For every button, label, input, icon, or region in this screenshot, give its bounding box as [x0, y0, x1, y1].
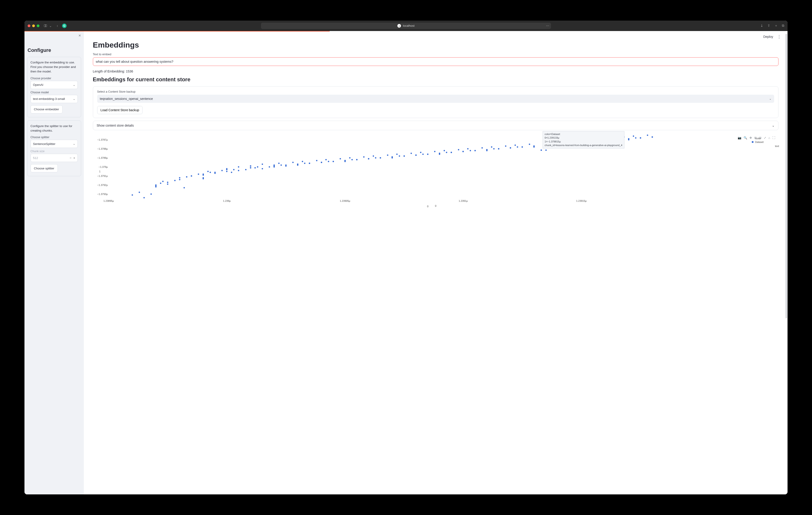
data-point[interactable] [470, 150, 471, 151]
details-expander[interactable]: Show content store details ⌄ [93, 121, 779, 130]
grammarly-icon[interactable]: G [62, 24, 67, 28]
data-point[interactable] [368, 158, 369, 159]
data-point[interactable] [444, 150, 445, 151]
data-point[interactable] [635, 137, 636, 139]
data-point[interactable] [179, 179, 180, 180]
data-point[interactable] [434, 151, 435, 152]
data-point[interactable] [332, 161, 334, 162]
data-point[interactable] [351, 159, 353, 160]
data-point[interactable] [380, 157, 381, 158]
data-point[interactable] [482, 147, 483, 149]
data-point[interactable] [515, 145, 516, 146]
data-point[interactable] [250, 167, 251, 169]
data-point[interactable] [420, 152, 422, 153]
data-point[interactable] [325, 159, 327, 160]
sidebar-toggle-icon[interactable] [44, 25, 47, 27]
data-point[interactable] [203, 177, 204, 178]
data-point[interactable] [328, 161, 329, 162]
plus-icon[interactable]: + [74, 156, 75, 160]
chevron-down-icon[interactable]: ⌄ [49, 24, 52, 28]
data-point[interactable] [399, 155, 400, 157]
scrollbar-thumb[interactable] [785, 34, 787, 319]
data-point[interactable] [162, 181, 164, 182]
data-point[interactable] [375, 157, 376, 158]
data-point[interactable] [179, 177, 180, 178]
data-point[interactable] [155, 186, 156, 187]
data-point[interactable] [262, 163, 263, 165]
data-point[interactable] [233, 169, 234, 170]
data-point[interactable] [356, 159, 357, 160]
data-point[interactable] [517, 146, 518, 148]
data-point[interactable] [396, 154, 398, 155]
data-point[interactable] [203, 174, 204, 175]
data-point[interactable] [191, 175, 192, 177]
download-icon[interactable]: ⤓ [760, 24, 763, 28]
data-point[interactable] [257, 166, 258, 168]
data-point[interactable] [167, 183, 168, 185]
splitter-select[interactable]: SentenceSplitter ⌄ [31, 140, 78, 148]
data-point[interactable] [155, 184, 156, 186]
data-point[interactable] [529, 144, 530, 145]
data-point[interactable] [498, 148, 499, 149]
data-point[interactable] [410, 153, 412, 154]
scrollbar[interactable] [785, 33, 787, 492]
choose-embedder-button[interactable]: Choose embedder [31, 105, 62, 114]
data-point[interactable] [143, 197, 145, 199]
provider-select[interactable]: OpenAI ⌄ [31, 81, 78, 89]
data-point[interactable] [226, 169, 228, 170]
tabs-icon[interactable]: ⧉ [782, 24, 784, 28]
data-point[interactable] [451, 152, 452, 153]
data-point[interactable] [344, 161, 346, 162]
data-point[interactable] [415, 154, 417, 156]
data-point[interactable] [462, 151, 464, 152]
text-to-embed-input[interactable] [93, 57, 779, 66]
url-bar[interactable]: ⌂ localhost ⋯ [261, 23, 551, 29]
data-point[interactable] [321, 162, 322, 163]
model-select[interactable]: text-embedding-3-small ⌄ [31, 95, 78, 103]
data-point[interactable] [250, 165, 251, 167]
load-backup-button[interactable]: Load Content Store backup [97, 106, 143, 114]
data-point[interactable] [640, 137, 641, 139]
data-point[interactable] [505, 145, 506, 147]
data-point[interactable] [427, 154, 429, 155]
data-point[interactable] [392, 157, 393, 158]
data-point[interactable] [340, 158, 341, 159]
data-point[interactable] [493, 148, 495, 149]
data-point[interactable] [281, 164, 282, 166]
data-point[interactable] [422, 154, 424, 155]
deploy-button[interactable]: Deploy [763, 35, 773, 38]
data-point[interactable] [486, 150, 488, 151]
data-point[interactable] [373, 155, 374, 157]
data-point[interactable] [209, 172, 211, 173]
data-point[interactable] [304, 162, 306, 164]
minus-icon[interactable]: − [70, 156, 71, 160]
data-point[interactable] [174, 180, 176, 181]
data-point[interactable] [139, 191, 140, 193]
data-point[interactable] [439, 154, 440, 155]
data-point[interactable] [302, 161, 303, 162]
data-point[interactable] [269, 166, 270, 168]
data-point[interactable] [522, 146, 523, 148]
data-point[interactable] [647, 134, 648, 136]
data-point[interactable] [316, 160, 317, 161]
data-point[interactable] [533, 146, 535, 148]
data-point[interactable] [255, 167, 256, 169]
data-point[interactable] [309, 162, 310, 164]
data-point[interactable] [633, 135, 634, 137]
data-point[interactable] [167, 182, 168, 183]
data-point[interactable] [510, 147, 511, 149]
data-point[interactable] [628, 139, 629, 141]
data-point[interactable] [467, 148, 468, 149]
window-close-icon[interactable] [28, 25, 30, 27]
data-point[interactable] [474, 150, 476, 151]
data-point[interactable] [245, 169, 246, 170]
chart-points[interactable]: color=Dataset0=1.239133μ1=−1.378815μchun… [109, 135, 747, 199]
data-point[interactable] [221, 170, 223, 171]
data-point[interactable] [231, 172, 232, 173]
data-point[interactable] [297, 164, 298, 166]
data-point[interactable] [262, 168, 263, 170]
data-point[interactable] [132, 194, 133, 196]
window-min-icon[interactable] [32, 25, 35, 27]
window-max-icon[interactable] [37, 25, 39, 27]
back-icon[interactable]: ‹ [57, 24, 58, 28]
